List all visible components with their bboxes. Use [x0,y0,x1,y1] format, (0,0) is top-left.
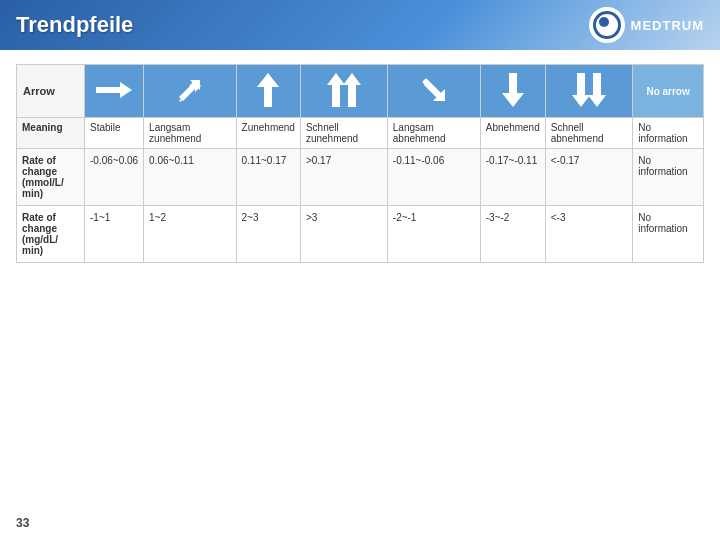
arrow-cell-zunehmend [236,65,300,118]
meaning-schnell-abnehmend: Schnell abnehmend [545,118,632,149]
arrow-cell-no-arrow: No arrow [633,65,704,118]
rate-mmol-langsam-abnehmend: -0.11~-0.06 [387,149,480,206]
svg-marker-11 [423,79,445,101]
meaning-row-label: Meaning [17,118,85,149]
svg-marker-13 [572,73,590,107]
rate-mgdl-abnehmend: -3~-2 [480,206,545,263]
schnell-zunehmend-arrow-icon [327,73,361,107]
stabile-arrow-icon [96,80,132,100]
logo-icon [589,7,625,43]
svg-marker-6 [343,73,361,107]
main-content: Arrow [0,50,720,273]
logo-inner-circle [593,11,621,39]
page-number: 33 [16,516,29,530]
langsam-abnehmend-arrow-icon [419,75,449,105]
schnell-abnehmend-arrow-icon [572,73,606,107]
rate-mmol-schnell-zunehmend: >0.17 [300,149,387,206]
svg-marker-0 [96,82,132,98]
meaning-no-info: No information [633,118,704,149]
svg-marker-4 [257,73,279,107]
meaning-stabile: Stabile [85,118,144,149]
rate-mgdl-langsam-abnehmend: -2~-1 [387,206,480,263]
arrow-cell-langsam-zunehmend [144,65,236,118]
rate-mmol-abnehmend: -0.17~-0.11 [480,149,545,206]
rate-mmol-langsam-zunehmend: 0.06~0.11 [144,149,236,206]
rate-mmol-no-info: No information [633,149,704,206]
rate-mgdl-label: Rate of change (mg/dL/ min) [17,206,85,263]
logo-container: MEDTRUM [589,7,704,43]
rate-mmol-zunehmend: 0.11~0.17 [236,149,300,206]
meaning-row: Meaning Stabile Langsam zunehmend Zunehm… [17,118,704,149]
zunehmend-arrow-icon [257,73,279,107]
rate-mgdl-langsam-zunehmend: 1~2 [144,206,236,263]
rate-mmol-row: Rate of change (mmol/L/ min) -0.06~0.06 … [17,149,704,206]
arrow-cell-langsam-abnehmend [387,65,480,118]
rate-mgdl-stabile: -1~1 [85,206,144,263]
footer: 33 [16,516,29,530]
rate-mmol-label: Rate of change (mmol/L/ min) [17,149,85,206]
arrow-cell-schnell-zunehmend [300,65,387,118]
svg-marker-14 [588,73,606,107]
meaning-schnell-zunehmend: Schnell zunehmend [300,118,387,149]
rate-mmol-schnell-abnehmend: <-0.17 [545,149,632,206]
svg-marker-5 [327,73,345,107]
abnehmend-arrow-icon [502,73,524,107]
arrow-row-label: Arrow [17,65,85,118]
rate-mgdl-schnell-abnehmend: <-3 [545,206,632,263]
rate-mmol-stabile: -0.06~0.06 [85,149,144,206]
meaning-zunehmend: Zunehmend [236,118,300,149]
meaning-langsam-abnehmend: Langsam abnehmend [387,118,480,149]
logo-text: MEDTRUM [631,18,704,33]
meaning-abnehmend: Abnehmend [480,118,545,149]
langsam-zunehmend-arrow-icon [175,75,205,105]
rate-mgdl-zunehmend: 2~3 [236,206,300,263]
meaning-langsam-zunehmend: Langsam zunehmend [144,118,236,149]
arrow-cell-abnehmend [480,65,545,118]
rate-mgdl-schnell-zunehmend: >3 [300,206,387,263]
header: Trendpfeile MEDTRUM [0,0,720,50]
rate-mgdl-row: Rate of change (mg/dL/ min) -1~1 1~2 2~3… [17,206,704,263]
page-title: Trendpfeile [16,12,133,38]
svg-marker-3 [179,80,200,101]
no-arrow-label: No arrow [646,86,689,97]
trend-table: Arrow [16,64,704,263]
arrow-cell-schnell-abnehmend [545,65,632,118]
arrow-row: Arrow [17,65,704,118]
arrow-cell-stabile [85,65,144,118]
svg-marker-12 [502,73,524,107]
rate-mgdl-no-info: No information [633,206,704,263]
